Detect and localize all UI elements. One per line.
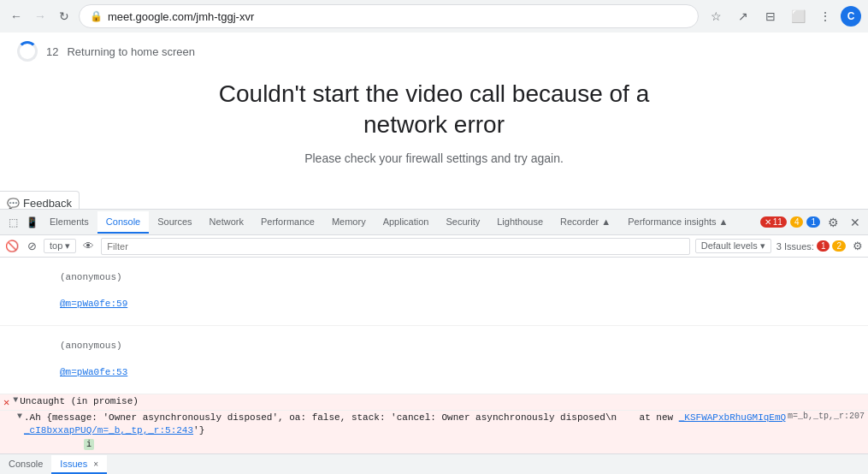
clear-console-icon[interactable]: 🚫 [3, 238, 21, 254]
devtools-panel: ⬚ 📱 Elements Console Sources Network Per… [0, 209, 868, 474]
spinner-text: Returning to home screen [67, 45, 195, 58]
settings-icon[interactable]: ⋮ [813, 4, 837, 28]
issues-settings-icon[interactable]: ⚙ [851, 238, 865, 254]
devtools-close-icon[interactable]: ✕ [846, 213, 865, 232]
devtools-tabs: ⬚ 📱 Elements Console Sources Network Per… [0, 210, 868, 235]
reload-button[interactable]: ↻ [55, 7, 74, 26]
back-button[interactable]: ← [7, 7, 26, 26]
error-badge: ✕ 11 [760, 216, 787, 228]
share-icon[interactable]: ↗ [731, 4, 755, 28]
devtools-right-icons: ✕ 11 4 1 ⚙ ✕ [760, 213, 865, 232]
console-row-error1: ✕ ▼ Uncaught (in promise) [0, 394, 868, 411]
bottom-tabs: Console Issues × [0, 453, 868, 474]
console-row-error1-detail: ▼ .Ah {message: 'Owner asynchronously di… [0, 411, 868, 453]
tab-network[interactable]: Network [201, 211, 252, 234]
tab-sources[interactable]: Sources [149, 211, 200, 234]
tab-console[interactable]: Console [97, 211, 149, 234]
avatar[interactable]: C [841, 6, 861, 27]
console-row-anon2: (anonymous) @m=pWa0fe:53 [0, 326, 868, 394]
loading-spinner [17, 41, 38, 62]
devtools-settings-icon[interactable]: ⚙ [824, 213, 842, 232]
eye-icon[interactable]: 👁 [81, 238, 96, 254]
info-tooltip: i [84, 439, 94, 450]
browser-chrome: ← → ↻ 🔒 meet.google.com/jmh-tggj-xvr ☆ ↗… [0, 0, 868, 33]
error-count: 11 [773, 217, 782, 227]
tab-performance[interactable]: Performance [252, 211, 323, 234]
error-x-icon: ✕ [765, 217, 771, 227]
issues-error-badge: 1 [817, 240, 830, 252]
device-icon[interactable]: 📱 [22, 213, 41, 232]
bookmark-icon[interactable]: ☆ [704, 4, 728, 28]
spinner-number: 12 [46, 45, 58, 58]
bottom-tab-console[interactable]: Console [0, 455, 51, 474]
warn-badge: 4 [790, 216, 804, 228]
tab-application[interactable]: Application [375, 211, 438, 234]
info-badge: 1 [806, 216, 820, 228]
filter-input[interactable] [101, 238, 689, 255]
tab-recorder[interactable]: Recorder ▲ [552, 211, 619, 234]
tab-lighthouse[interactable]: Lighthouse [488, 211, 552, 234]
feedback-icon: 💬 [7, 198, 20, 210]
issues-label: 3 Issues: [776, 241, 814, 252]
console-toolbar: 🚫 ⊘ top ▾ 👁 Default levels ▾ 3 Issues: 1… [0, 235, 868, 258]
console-content[interactable]: (anonymous) @m=pWa0fe:59 (anonymous) @m=… [0, 258, 868, 453]
page-wrapper: ← → ↻ 🔒 meet.google.com/jmh-tggj-xvr ☆ ↗… [0, 0, 868, 474]
feedback-label: Feedback [23, 197, 72, 210]
console-row-anon1: (anonymous) @m=pWa0fe:59 [0, 258, 868, 326]
error-heading: Couldn't start the video call because of… [212, 79, 657, 141]
issues-warn-badge: 2 [832, 240, 846, 252]
tab-memory[interactable]: Memory [323, 211, 375, 234]
window-icon[interactable]: ⬜ [786, 4, 810, 28]
top-selector[interactable]: top ▾ [44, 239, 76, 253]
error-container: Couldn't start the video call because of… [0, 70, 868, 174]
issues-warn-count: 2 [836, 241, 841, 251]
lock-icon: 🔒 [90, 10, 103, 22]
browser-toolbar: ← → ↻ 🔒 meet.google.com/jmh-tggj-xvr ☆ ↗… [0, 0, 868, 33]
status-bar: 12 Returning to home screen [0, 33, 868, 70]
forward-button[interactable]: → [31, 7, 50, 26]
issues-badge: 3 Issues: 1 2 [776, 240, 846, 252]
issues-err-count: 1 [821, 241, 826, 251]
tab-elements[interactable]: Elements [41, 211, 97, 234]
filter-toggle-icon[interactable]: ⊘ [26, 238, 38, 254]
warn-count: 4 [794, 217, 800, 227]
error-subtext: Please check your firewall settings and … [304, 151, 564, 165]
url-text: meet.google.com/jmh-tggj-xvr [108, 10, 688, 23]
tab-security[interactable]: Security [437, 211, 488, 234]
address-bar[interactable]: 🔒 meet.google.com/jmh-tggj-xvr [79, 4, 699, 28]
issues-tab-close[interactable]: × [93, 459, 98, 469]
default-levels[interactable]: Default levels ▾ [695, 239, 771, 253]
toolbar-icons: ☆ ↗ ⊟ ⬜ ⋮ C [704, 4, 861, 28]
tab-search-icon[interactable]: ⊟ [759, 4, 782, 28]
info-count: 1 [811, 217, 816, 227]
error-icon: ✕ [3, 396, 9, 409]
tab-perf-insights[interactable]: Performance insights ▲ [619, 211, 736, 234]
inspect-icon[interactable]: ⬚ [3, 213, 22, 232]
bottom-tab-issues[interactable]: Issues × [51, 455, 107, 474]
